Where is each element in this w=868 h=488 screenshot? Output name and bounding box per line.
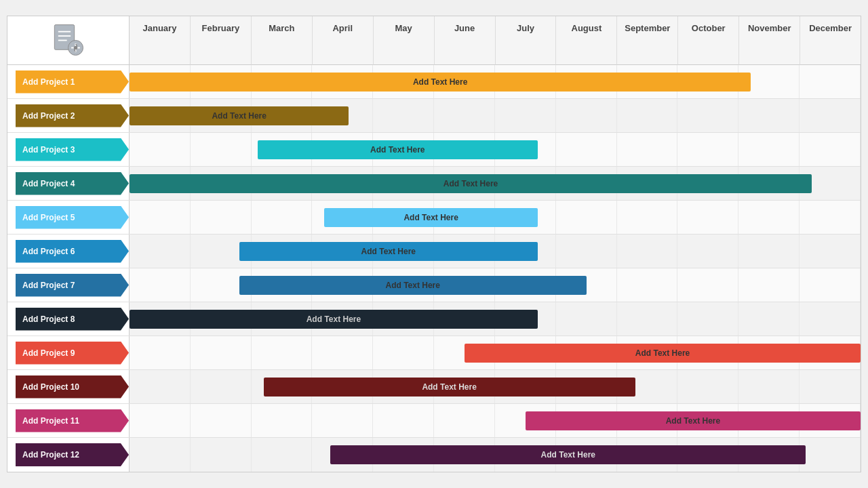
row-label-cell[interactable]: Add Project 11 [7, 404, 130, 437]
row-grid: Add Text Here [130, 438, 861, 472]
bar-container: Add Text Here [130, 167, 861, 200]
row-grid: Add Text Here [130, 65, 861, 98]
bar-container: Add Text Here [130, 65, 861, 98]
gantt-row: Add Project 2Add Text Here [7, 99, 861, 133]
gantt-row: Add Project 7Add Text Here [7, 268, 861, 302]
bar-container: Add Text Here [130, 370, 861, 403]
gantt-row: Add Project 3Add Text Here [7, 133, 861, 167]
bar-text: Add Text Here [365, 145, 430, 155]
project-bar[interactable]: Add Text Here [324, 208, 537, 227]
bar-text: Add Text Here [438, 179, 503, 188]
app-logo-icon [50, 22, 87, 59]
project-bar[interactable]: Add Text Here [330, 445, 806, 464]
gantt-row: Add Project 9Add Text Here [7, 336, 861, 370]
project-label: Add Project 6 [22, 247, 75, 256]
row-grid: Add Text Here [130, 99, 861, 132]
row-grid: Add Text Here [130, 404, 861, 437]
project-label: Add Project 10 [22, 382, 79, 392]
bar-container: Add Text Here [130, 336, 861, 369]
project-bar[interactable]: Add Text Here [258, 140, 538, 159]
logo-cell [7, 16, 130, 65]
project-bar[interactable]: Add Text Here [239, 276, 587, 295]
project-label: Add Project 12 [22, 450, 79, 460]
month-header-december: December [800, 16, 861, 65]
bar-text: Add Text Here [416, 382, 481, 392]
project-bar[interactable]: Add Text Here [130, 73, 751, 92]
bar-text: Add Text Here [356, 247, 421, 256]
row-grid: Add Text Here [130, 167, 861, 200]
project-label: Add Project 9 [22, 348, 75, 358]
bar-text: Add Text Here [408, 77, 473, 87]
bar-container: Add Text Here [130, 201, 861, 234]
project-bar[interactable]: Add Text Here [130, 310, 538, 329]
project-label: Add Project 11 [22, 416, 79, 426]
gantt-row: Add Project 11Add Text Here [7, 404, 861, 438]
gantt-row: Add Project 4Add Text Here [7, 167, 861, 201]
gantt-row: Add Project 6Add Text Here [7, 235, 861, 268]
month-header-february: February [191, 16, 252, 65]
project-label: Add Project 5 [22, 213, 75, 222]
month-header-september: September [617, 16, 678, 65]
bar-text: Add Text Here [380, 281, 445, 290]
row-grid: Add Text Here [130, 201, 861, 234]
gantt-row: Add Project 12Add Text Here [7, 438, 861, 472]
bar-text: Add Text Here [630, 348, 695, 358]
row-grid: Add Text Here [130, 133, 861, 166]
row-label-cell[interactable]: Add Project 9 [7, 336, 130, 369]
bar-text: Add Text Here [536, 450, 601, 460]
gantt-row: Add Project 10Add Text Here [7, 370, 861, 404]
month-header-january: January [130, 16, 191, 65]
project-bar[interactable]: Add Text Here [239, 242, 538, 261]
project-label: Add Project 7 [22, 281, 75, 290]
row-grid: Add Text Here [130, 336, 861, 369]
gantt-row: Add Project 5Add Text Here [7, 201, 861, 235]
gantt-header: JanuaryFebruaryMarchAprilMayJuneJulyAugu… [7, 16, 861, 65]
row-label-cell[interactable]: Add Project 6 [7, 235, 130, 268]
row-label-cell[interactable]: Add Project 4 [7, 167, 130, 200]
bar-text: Add Text Here [660, 416, 726, 426]
bar-container: Add Text Here [130, 302, 861, 336]
bar-text: Add Text Here [206, 111, 271, 121]
project-bar[interactable]: Add Text Here [130, 174, 812, 193]
month-header-november: November [739, 16, 800, 65]
project-label: Add Project 2 [22, 111, 75, 121]
row-label-cell[interactable]: Add Project 1 [7, 65, 130, 98]
month-header-may: May [374, 16, 435, 65]
gantt-chart: JanuaryFebruaryMarchAprilMayJuneJulyAugu… [7, 16, 861, 472]
row-label-cell[interactable]: Add Project 10 [7, 370, 130, 403]
row-label-cell[interactable]: Add Project 5 [7, 201, 130, 234]
months-header: JanuaryFebruaryMarchAprilMayJuneJulyAugu… [130, 16, 861, 65]
month-header-october: October [678, 16, 739, 65]
month-header-july: July [496, 16, 557, 65]
project-bar[interactable]: Add Text Here [465, 344, 861, 363]
bar-text: Add Text Here [301, 314, 366, 324]
project-label: Add Project 4 [22, 179, 75, 188]
project-label: Add Project 3 [22, 145, 75, 155]
row-label-cell[interactable]: Add Project 3 [7, 133, 130, 166]
row-grid: Add Text Here [130, 302, 861, 336]
bar-container: Add Text Here [130, 404, 861, 437]
gantt-row: Add Project 1Add Text Here [7, 65, 861, 99]
gantt-body: Add Project 1Add Text HereAdd Project 2A… [7, 65, 861, 472]
bar-container: Add Text Here [130, 133, 861, 166]
project-bar[interactable]: Add Text Here [264, 378, 635, 396]
bar-container: Add Text Here [130, 235, 861, 268]
row-label-cell[interactable]: Add Project 12 [7, 438, 130, 472]
project-bar[interactable]: Add Text Here [526, 411, 861, 430]
month-header-june: June [435, 16, 496, 65]
row-grid: Add Text Here [130, 370, 861, 403]
project-label: Add Project 8 [22, 314, 75, 324]
row-grid: Add Text Here [130, 235, 861, 268]
row-label-cell[interactable]: Add Project 7 [7, 268, 130, 302]
bar-container: Add Text Here [130, 99, 861, 132]
project-bar[interactable]: Add Text Here [130, 106, 349, 125]
month-header-august: August [556, 16, 617, 65]
month-header-march: March [252, 16, 313, 65]
row-label-cell[interactable]: Add Project 2 [7, 99, 130, 132]
bar-container: Add Text Here [130, 438, 861, 472]
gantt-row: Add Project 8Add Text Here [7, 302, 861, 336]
bar-text: Add Text Here [398, 213, 463, 222]
row-label-cell[interactable]: Add Project 8 [7, 302, 130, 336]
bar-container: Add Text Here [130, 268, 861, 302]
project-label: Add Project 1 [22, 77, 75, 87]
